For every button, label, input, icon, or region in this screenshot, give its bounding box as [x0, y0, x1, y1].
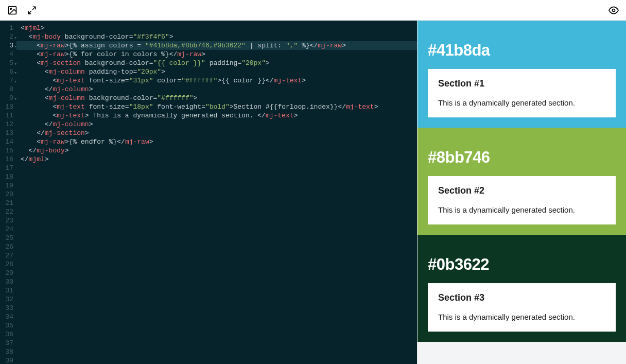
section-heading: #8bb746	[428, 148, 616, 167]
line-number: 6▾	[0, 67, 13, 76]
fold-icon[interactable]: ▾	[14, 34, 17, 43]
section-heading: #41b8da	[428, 41, 616, 60]
section-heading-block: #8bb746	[428, 138, 616, 167]
code-line[interactable]: </mjml>	[21, 155, 417, 164]
image-icon[interactable]	[7, 5, 18, 15]
eye-icon[interactable]	[608, 5, 619, 15]
line-number: 21	[0, 199, 13, 207]
section-title: Section #2	[438, 185, 605, 196]
line-number: 7▾	[0, 76, 13, 85]
code-line[interactable]	[21, 216, 417, 225]
section-body: This is a dynamically generated section.	[438, 98, 605, 107]
code-line[interactable]	[21, 313, 417, 321]
svg-line-2	[33, 7, 36, 9]
svg-point-1	[10, 8, 11, 9]
code-line[interactable]: <mj-raw>{% for color in colors %}</mj-ra…	[21, 50, 417, 59]
code-line[interactable]: <mj-text font-size="31px" color="#ffffff…	[21, 76, 417, 85]
main: 12▾3▾45▾6▾7▾89▾1011121314151617181920212…	[0, 21, 626, 364]
section-heading-block: #41b8da	[428, 31, 616, 60]
code-line[interactable]: <mj-body background-color="#f3f4f6">	[21, 32, 417, 41]
code-line[interactable]	[21, 321, 417, 330]
code-line[interactable]	[21, 330, 417, 339]
fold-icon[interactable]: ▾	[14, 95, 17, 104]
code-line[interactable]: <mj-text> This is a dynamically generate…	[21, 111, 417, 120]
line-number: 27	[0, 251, 13, 260]
line-number: 23	[0, 216, 13, 225]
code-line[interactable]	[21, 260, 417, 269]
section-heading-block: #0b3622	[428, 245, 616, 274]
section-card: Section #2This is a dynamically generate…	[428, 176, 616, 224]
code-line[interactable]	[21, 286, 417, 295]
line-number: 18	[0, 172, 13, 181]
line-number: 38	[0, 348, 13, 356]
line-number: 12	[0, 120, 13, 129]
line-number: 3▾	[0, 41, 13, 50]
line-number: 10	[0, 102, 13, 111]
code-line[interactable]	[21, 164, 417, 172]
code-line[interactable]	[21, 199, 417, 207]
line-number: 16	[0, 155, 13, 164]
section-body: This is a dynamically generated section.	[438, 205, 605, 214]
code-line[interactable]: <mj-column padding-top="20px">	[21, 67, 417, 76]
line-number: 8	[0, 85, 13, 94]
line-number: 5▾	[0, 59, 13, 67]
code-line[interactable]	[21, 225, 417, 234]
code-line[interactable]	[21, 348, 417, 356]
code-line[interactable]	[21, 242, 417, 251]
code-line[interactable]: <mj-column background-color="#ffffff">	[21, 94, 417, 102]
line-number: 9▾	[0, 94, 13, 102]
preview-section: #8bb746Section #2This is a dynamically g…	[418, 128, 626, 235]
line-number: 34	[0, 313, 13, 321]
line-number: 4	[0, 50, 13, 59]
line-number: 20	[0, 190, 13, 199]
code-line[interactable]: </mj-body>	[21, 146, 417, 155]
code-line[interactable]	[21, 207, 417, 216]
code-line[interactable]: <mj-section background-color="{{ color }…	[21, 59, 417, 67]
code-line[interactable]	[21, 304, 417, 313]
line-number: 24	[0, 225, 13, 234]
section-body: This is a dynamically generated section.	[438, 313, 605, 321]
line-number: 29	[0, 269, 13, 278]
toolbar-left	[7, 5, 37, 15]
code-line[interactable]: <mj-text font-size="18px" font-weight="b…	[21, 102, 417, 111]
code-line[interactable]	[21, 251, 417, 260]
code-area[interactable]: <mjml> <mj-body background-color="#f3f4f…	[16, 21, 417, 364]
code-line[interactable]: </mj-column>	[21, 120, 417, 129]
section-title: Section #3	[438, 292, 605, 303]
code-line[interactable]	[21, 190, 417, 199]
code-line[interactable]	[21, 278, 417, 286]
line-number: 32	[0, 295, 13, 304]
line-number: 33	[0, 304, 13, 313]
svg-point-4	[613, 9, 615, 11]
line-number: 13	[0, 129, 13, 137]
code-line[interactable]	[21, 181, 417, 190]
line-number: 22	[0, 207, 13, 216]
line-number: 1	[0, 24, 13, 32]
line-number: 2▾	[0, 32, 13, 41]
gutter: 12▾3▾45▾6▾7▾89▾1011121314151617181920212…	[0, 21, 16, 364]
line-number: 19	[0, 181, 13, 190]
code-line[interactable]	[21, 172, 417, 181]
code-line[interactable]	[21, 356, 417, 364]
line-number: 15	[0, 146, 13, 155]
section-card: Section #1This is a dynamically generate…	[428, 69, 616, 117]
code-line[interactable]: <mj-raw>{% assign colors = "#41b8da,#8bb…	[16, 41, 417, 50]
line-number: 36	[0, 330, 13, 339]
fold-icon[interactable]: ▾	[14, 78, 17, 86]
fold-icon[interactable]: ▾	[14, 60, 17, 69]
code-line[interactable]	[21, 339, 417, 348]
expand-icon[interactable]	[27, 5, 37, 15]
line-number: 11	[0, 111, 13, 120]
code-editor[interactable]: 12▾3▾45▾6▾7▾89▾1011121314151617181920212…	[0, 21, 417, 364]
code-line[interactable]: </mj-section>	[21, 129, 417, 137]
code-line[interactable]	[21, 295, 417, 304]
code-line[interactable]: <mjml>	[21, 24, 417, 32]
code-line[interactable]	[21, 269, 417, 278]
code-line[interactable]	[21, 234, 417, 242]
code-line[interactable]: </mj-column>	[21, 85, 417, 94]
fold-icon[interactable]: ▾	[14, 43, 17, 51]
section-title: Section #1	[438, 78, 605, 89]
code-line[interactable]: <mj-raw>{% endfor %}</mj-raw>	[21, 137, 417, 146]
fold-icon[interactable]: ▾	[14, 69, 17, 78]
preview-section: #41b8daSection #1This is a dynamically g…	[418, 21, 626, 128]
